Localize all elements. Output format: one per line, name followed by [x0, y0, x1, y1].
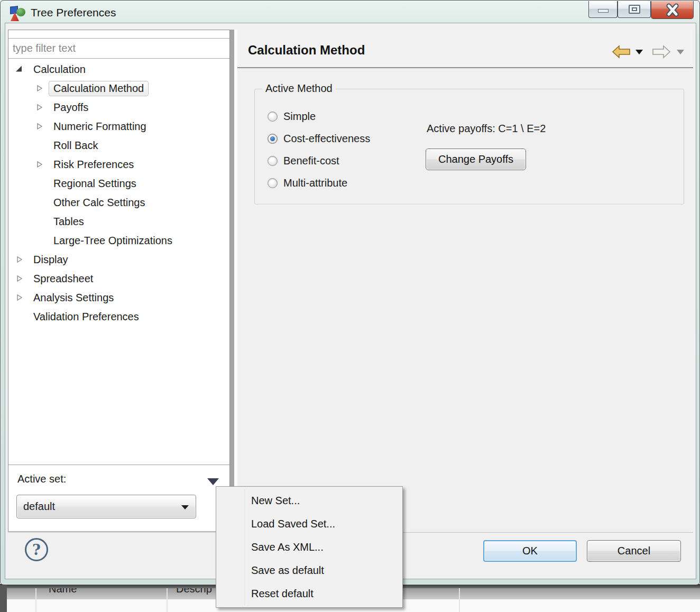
- tree-item-label: Calculation: [29, 62, 90, 77]
- radio-label: Cost-effectiveness: [283, 133, 370, 145]
- tree-item[interactable]: Spreadsheet: [8, 269, 229, 288]
- preferences-tree: Calculation Calculation Method: [8, 60, 229, 326]
- tree-item-label: Analysis Settings: [29, 290, 118, 305]
- tree-item[interactable]: Other Calc Settings: [8, 193, 229, 212]
- radio-icon: [268, 112, 278, 122]
- treeage-app-icon: [10, 5, 27, 21]
- tree-item[interactable]: Numeric Formatting: [8, 117, 229, 136]
- page-title: Calculation Method: [248, 43, 365, 58]
- tree-item-label: Large-Tree Optimizations: [49, 233, 177, 248]
- tree-item[interactable]: Roll Back: [8, 136, 229, 155]
- background-column-divider: [35, 588, 36, 612]
- tree-item[interactable]: Payoffs: [8, 98, 229, 117]
- preferences-sidebar: Calculation Calculation Method: [8, 30, 230, 532]
- close-button[interactable]: [651, 1, 694, 19]
- icon-sphere-shape: [16, 8, 25, 16]
- back-arrow-button[interactable]: [612, 45, 631, 59]
- cancel-button[interactable]: Cancel: [587, 540, 681, 562]
- background-column-divider: [167, 588, 168, 612]
- panel-gap: [234, 30, 237, 532]
- back-history-dropdown-icon[interactable]: [635, 50, 643, 54]
- ok-button[interactable]: OK: [483, 540, 577, 562]
- tree-item[interactable]: Validation Preferences: [8, 307, 229, 326]
- tree-item-label: Payoffs: [49, 100, 93, 115]
- radio-icon: [268, 178, 278, 188]
- radio-label: Simple: [283, 110, 316, 123]
- forward-history-dropdown-icon[interactable]: [677, 50, 684, 54]
- maximize-icon: [629, 5, 640, 14]
- active-method-group: Active Method Simple Cost-effectiveness …: [254, 89, 684, 205]
- filter-input[interactable]: [8, 38, 229, 59]
- menu-item[interactable]: Load Saved Set...: [216, 512, 402, 535]
- menu-item[interactable]: Save as default: [216, 559, 402, 582]
- active-set-menu: New Set... Load Saved Set... Save As XML…: [216, 486, 403, 608]
- radio-icon: [268, 134, 278, 144]
- maximize-button[interactable]: [618, 1, 651, 18]
- minimize-icon: [598, 9, 609, 13]
- tree-item[interactable]: Risk Preferences: [8, 155, 229, 174]
- menu-item[interactable]: New Set...: [216, 489, 402, 512]
- tree-item-label: Validation Preferences: [29, 309, 144, 324]
- tree-item[interactable]: Calculation Method: [8, 79, 229, 98]
- change-payoffs-button[interactable]: Change Payoffs: [426, 149, 526, 170]
- active-set-menu-button[interactable]: [207, 478, 219, 485]
- tree-item-label: Risk Preferences: [49, 157, 139, 172]
- tree-item[interactable]: Analysis Settings: [8, 288, 229, 307]
- tree-item-label: Roll Back: [49, 138, 103, 153]
- expand-arrow-icon[interactable]: [36, 161, 43, 168]
- tree-item-label: Tables: [49, 214, 89, 229]
- expand-arrow-icon[interactable]: [16, 275, 23, 282]
- minimize-button[interactable]: [588, 1, 618, 18]
- sidebar-divider: [8, 465, 229, 465]
- expand-arrow-icon[interactable]: [16, 256, 23, 263]
- tree-item[interactable]: Large-Tree Optimizations: [8, 231, 229, 250]
- background-edge: [0, 585, 7, 612]
- tree-item-label: Numeric Formatting: [49, 119, 151, 134]
- background-column-divider: [459, 588, 460, 612]
- expand-arrow-icon[interactable]: [36, 123, 43, 130]
- expand-arrow-icon[interactable]: [36, 85, 43, 92]
- header-divider: [237, 67, 693, 68]
- tree-item[interactable]: Display: [8, 250, 229, 269]
- tree-item-label: Display: [29, 252, 73, 267]
- active-set-combobox[interactable]: default: [16, 495, 196, 518]
- collapse-arrow-icon[interactable]: [16, 66, 22, 72]
- tree-item-label: Other Calc Settings: [49, 195, 150, 210]
- radio-label: Benefit-cost: [283, 155, 339, 167]
- active-set-value: default: [23, 500, 55, 513]
- menu-item[interactable]: Reset default: [216, 582, 402, 605]
- window-title: Tree Preferences: [31, 6, 116, 19]
- radio-option[interactable]: Benefit-cost: [268, 150, 370, 172]
- radio-option[interactable]: Simple: [268, 105, 370, 127]
- menu-item[interactable]: Save As XML...: [216, 535, 402, 559]
- radio-label: Multi-attribute: [283, 177, 347, 189]
- radio-icon: [268, 156, 278, 166]
- expand-arrow-icon[interactable]: [16, 294, 23, 301]
- method-radio-group: Simple Cost-effectiveness Benefit-cost M…: [268, 105, 370, 194]
- active-payoffs-text: Active payoffs: C=1 \ E=2: [427, 123, 546, 135]
- close-icon: [665, 3, 680, 17]
- radio-option[interactable]: Multi-attribute: [268, 172, 370, 194]
- help-button[interactable]: ?: [25, 538, 48, 561]
- menu-icon-gutter: [245, 489, 245, 605]
- expand-arrow-icon[interactable]: [36, 104, 43, 111]
- group-legend: Active Method: [262, 82, 336, 95]
- radio-option[interactable]: Cost-effectiveness: [268, 127, 370, 150]
- panel-splitter[interactable]: [230, 30, 234, 532]
- tree-item[interactable]: Calculation: [8, 60, 229, 79]
- tree-item[interactable]: Tables: [8, 212, 229, 231]
- tree-item-label: Calculation Method: [49, 81, 149, 96]
- forward-arrow-button[interactable]: [652, 45, 671, 59]
- tree-item-label: Spreadsheet: [29, 271, 98, 286]
- tree-item[interactable]: Regional Settings: [8, 174, 229, 193]
- combo-dropdown-icon: [181, 505, 189, 509]
- title-bar: Tree Preferences: [1, 1, 700, 23]
- tree-item-label: Regional Settings: [49, 176, 141, 191]
- active-set-label: Active set:: [17, 473, 66, 485]
